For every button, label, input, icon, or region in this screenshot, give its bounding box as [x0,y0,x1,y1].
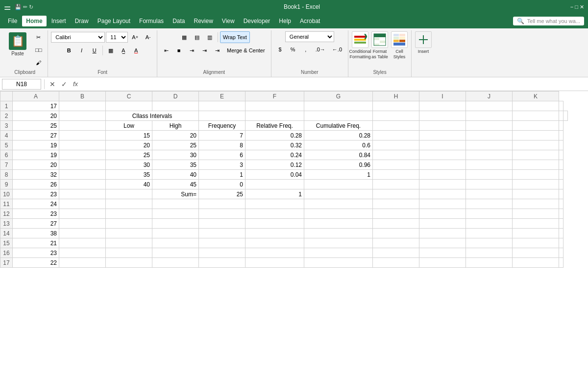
cell-r1-c5[interactable] [245,101,304,111]
cell-r14-c4[interactable] [199,229,245,238]
cell-r12-c3[interactable] [152,209,199,219]
cell-r15-c7[interactable] [373,238,419,248]
cell-r17-c8[interactable] [419,258,466,268]
cell-r2-c3[interactable] [199,111,245,121]
cell-r13-c6[interactable] [304,219,373,229]
cell-r2-c11[interactable] [564,111,568,121]
confirm-icon[interactable]: ✓ [59,79,69,89]
cell-r16-c2[interactable] [106,248,152,258]
cell-r15-c3[interactable] [152,238,199,248]
cell-r7-c5[interactable]: 0.12 [245,160,304,170]
cell-r9-c10[interactable] [513,180,559,189]
formula-input[interactable] [82,79,586,90]
align-top-center-button[interactable]: ▤ [191,31,203,43]
cell-r17-c2[interactable] [106,258,152,268]
cell-r2-c9[interactable] [513,111,559,121]
menu-help[interactable]: Help [275,16,295,26]
cell-r13-c2[interactable] [106,219,152,229]
cell-r8-c5[interactable]: 0.04 [245,170,304,180]
align-top-right-button[interactable]: ▥ [204,31,216,43]
increase-decimal-button[interactable]: .0→ [313,44,328,55]
cell-r6-c8[interactable] [419,150,466,160]
cell-r8-c9[interactable] [466,170,513,180]
cell-r9-c6[interactable] [304,180,373,189]
cell-r6-c2[interactable]: 25 [106,150,152,160]
cell-r8-c0[interactable]: 32 [13,170,59,180]
cell-r14-c9[interactable] [466,229,513,238]
font-size-select[interactable]: 11 [106,32,128,43]
col-header-F[interactable]: F [245,92,304,101]
cell-r3-c9[interactable] [466,121,513,131]
cell-r7-c8[interactable] [419,160,466,170]
cell-r11-c10[interactable] [513,199,559,209]
row-header-6[interactable]: 6 [0,150,13,160]
cell-r2-c2[interactable]: Cllass Intervals [106,111,199,121]
cell-r10-c1[interactable] [59,189,106,199]
cell-r10-c0[interactable]: 23 [13,189,59,199]
cell-r15-c11[interactable] [559,238,564,248]
cell-r16-c6[interactable] [304,248,373,258]
cell-r3-c11[interactable] [559,121,564,131]
row-header-10[interactable]: 10 [0,189,13,199]
decrease-decimal-button[interactable]: ←.0 [329,44,345,55]
cell-r11-c9[interactable] [466,199,513,209]
cell-r10-c9[interactable] [466,189,513,199]
cell-r6-c5[interactable]: 0.24 [245,150,304,160]
cell-r7-c1[interactable] [59,160,106,170]
cell-r10-c2[interactable] [106,189,152,199]
increase-font-button[interactable]: A+ [129,31,141,43]
cell-r2-c4[interactable] [245,111,304,121]
cell-r4-c9[interactable] [466,131,513,140]
cell-r15-c6[interactable] [304,238,373,248]
menu-insert[interactable]: Insert [48,16,70,26]
cell-r13-c8[interactable] [419,219,466,229]
cell-r9-c9[interactable] [466,180,513,189]
cell-r6-c4[interactable]: 6 [199,150,245,160]
col-header-A[interactable]: A [13,92,59,101]
cell-r12-c9[interactable] [466,209,513,219]
cell-r4-c10[interactable] [513,131,559,140]
row-header-17[interactable]: 17 [0,258,13,268]
cell-r9-c0[interactable]: 26 [13,180,59,189]
cell-r16-c1[interactable] [59,248,106,258]
cell-r5-c2[interactable]: 20 [106,140,152,150]
decrease-font-button[interactable]: A- [142,31,154,43]
cell-reference-input[interactable] [2,79,41,90]
col-header-D[interactable]: D [152,92,199,101]
cell-r5-c6[interactable]: 0.6 [304,140,373,150]
align-right-button[interactable]: ⇥ [186,45,197,56]
row-header-4[interactable]: 4 [0,131,13,140]
row-header-9[interactable]: 9 [0,180,13,189]
increase-indent-button[interactable]: ⇥ [211,45,223,56]
cell-r14-c0[interactable]: 38 [13,229,59,238]
cell-r4-c5[interactable]: 0.28 [245,131,304,140]
cell-r5-c9[interactable] [466,140,513,150]
cell-r6-c7[interactable] [373,150,419,160]
cell-r9-c1[interactable] [59,180,106,189]
cell-r15-c5[interactable] [245,238,304,248]
cell-r3-c8[interactable] [419,121,466,131]
row-header-11[interactable]: 11 [0,199,13,209]
cell-r5-c10[interactable] [513,140,559,150]
corner-header[interactable] [0,92,13,101]
cell-r16-c8[interactable] [419,248,466,258]
col-header-K[interactable]: K [513,92,559,101]
cell-r7-c10[interactable] [513,160,559,170]
cell-r13-c1[interactable] [59,219,106,229]
cell-r8-c8[interactable] [419,170,466,180]
cell-r9-c3[interactable]: 45 [152,180,199,189]
cell-r7-c0[interactable]: 20 [13,160,59,170]
border-button[interactable]: ▦ [105,45,117,56]
cell-r6-c1[interactable] [59,150,106,160]
cell-r2-c1[interactable] [59,111,106,121]
cell-r5-c7[interactable] [373,140,419,150]
cell-r9-c4[interactable]: 0 [199,180,245,189]
menu-formulas[interactable]: Formulas [135,16,168,26]
row-header-3[interactable]: 3 [0,121,13,131]
cell-r7-c2[interactable]: 30 [106,160,152,170]
cell-r7-c6[interactable]: 0.96 [304,160,373,170]
cell-r1-c3[interactable] [152,101,199,111]
decrease-indent-button[interactable]: ⇥ [198,45,210,56]
cell-r10-c6[interactable] [304,189,373,199]
col-header-I[interactable]: I [419,92,466,101]
